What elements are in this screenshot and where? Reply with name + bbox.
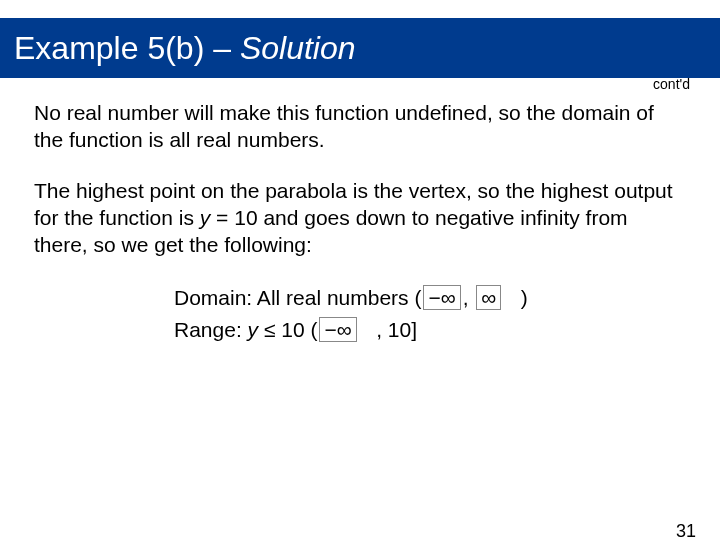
slide-title: Example 5(b) – Solution [14,30,356,67]
range-le: ≤ 10 [258,318,310,341]
paren-close: ) [521,286,528,309]
neg-infinity-icon-2: −∞ [319,317,356,342]
range-line: Range: y ≤ 10 (−∞ , 10] [174,314,686,346]
domain-range-block: Domain: All real numbers (−∞, ∞ ) Range:… [174,282,686,345]
slide-body: No real number will make this function u… [0,78,720,345]
paragraph-2: The highest point on the parabola is the… [34,178,686,259]
range-close: , 10] [376,318,417,341]
continued-label: cont'd [653,76,690,92]
page-number: 31 [676,521,696,540]
title-prefix: Example 5(b) – [14,30,240,66]
range-label: Range: [174,318,248,341]
neg-infinity-icon: −∞ [423,285,460,310]
domain-label: Domain: All real numbers [174,286,414,309]
title-bar: Example 5(b) – Solution [0,18,720,78]
comma: , [463,286,469,309]
range-y: y [248,318,259,341]
pos-infinity-icon: ∞ [476,285,501,310]
slide: Example 5(b) – Solution cont'd No real n… [0,18,720,540]
title-italic: Solution [240,30,356,66]
paragraph-1: No real number will make this function u… [34,100,686,154]
para2-y: y [200,206,211,229]
paren-open-2: ( [310,318,317,341]
domain-line: Domain: All real numbers (−∞, ∞ ) [174,282,686,314]
paren-open: ( [414,286,421,309]
